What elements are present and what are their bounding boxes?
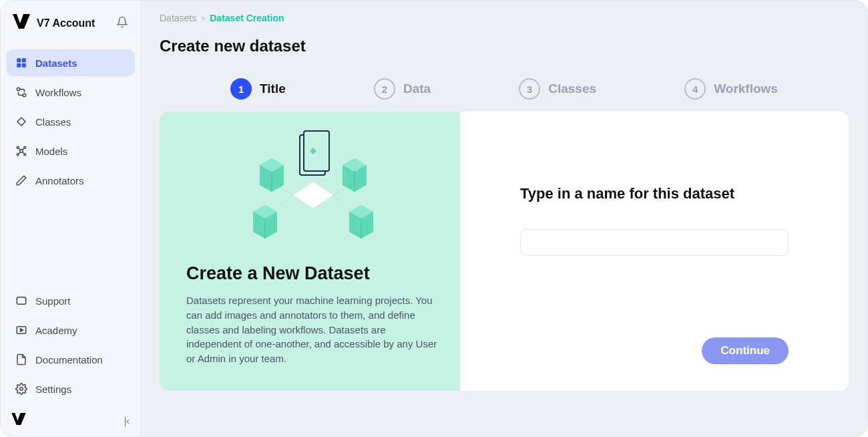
step-number: 4 (684, 78, 706, 100)
sidebar-footer: |‹ (1, 408, 140, 436)
dataset-illustration (186, 126, 440, 257)
step-label: Workflows (714, 82, 778, 96)
chevron-right-icon: › (202, 13, 204, 23)
svg-point-8 (24, 146, 26, 148)
workflows-icon (15, 86, 27, 98)
nav-primary: Datasets Workflows Classes Models (1, 44, 140, 199)
svg-point-7 (17, 146, 19, 148)
step-workflows[interactable]: 4 Workflows (684, 78, 778, 100)
sidebar-header: V7 Account (1, 1, 140, 44)
sidebar-item-label: Annotators (35, 175, 84, 186)
step-classes[interactable]: 3 Classes (519, 78, 596, 100)
sidebar-item-academy[interactable]: Academy (6, 317, 135, 343)
sidebar-item-label: Models (35, 146, 67, 157)
documentation-icon (15, 353, 27, 366)
svg-point-4 (17, 88, 20, 91)
support-icon (15, 295, 27, 307)
sidebar: V7 Account Datasets Workflows (1, 1, 141, 436)
annotators-icon (15, 174, 27, 186)
nav-secondary: Support Academy Documentation Settings (1, 282, 140, 408)
sidebar-item-label: Academy (35, 325, 77, 336)
sidebar-item-label: Support (35, 295, 71, 307)
info-title: Create a New Dataset (186, 263, 440, 284)
sidebar-item-label: Workflows (35, 87, 81, 98)
step-title[interactable]: 1 Title (230, 78, 286, 100)
sidebar-item-label: Datasets (35, 57, 77, 69)
svg-rect-1 (22, 58, 26, 62)
page-title: Create new dataset (160, 37, 849, 55)
sidebar-item-label: Classes (35, 116, 71, 128)
models-icon (15, 145, 27, 157)
notifications-icon[interactable] (116, 16, 128, 31)
svg-rect-11 (17, 297, 26, 305)
breadcrumb-root[interactable]: Datasets (160, 13, 196, 23)
step-label: Classes (548, 82, 596, 96)
wizard-steps: 1 Title 2 Data 3 Classes 4 Workflows (160, 78, 849, 100)
info-panel: Create a New Dataset Datasets represent … (160, 112, 460, 391)
sidebar-item-support[interactable]: Support (6, 287, 135, 314)
logo-small (11, 413, 26, 428)
breadcrumb: Datasets › Dataset Creation (160, 13, 849, 23)
step-data[interactable]: 2 Data (374, 78, 431, 100)
sidebar-item-settings[interactable]: Settings (6, 376, 135, 402)
svg-point-9 (17, 154, 19, 156)
button-row: Continue (520, 337, 789, 364)
sidebar-item-classes[interactable]: Classes (6, 108, 135, 135)
step-label: Title (260, 82, 286, 96)
main: Datasets › Dataset Creation Create new d… (141, 1, 867, 436)
form-prompt: Type in a name for this dataset (520, 185, 789, 202)
sidebar-item-label: Settings (35, 384, 71, 395)
sidebar-item-datasets[interactable]: Datasets (6, 49, 135, 76)
breadcrumb-current: Dataset Creation (210, 13, 284, 23)
collapse-sidebar-icon[interactable]: |‹ (124, 416, 130, 426)
svg-rect-0 (17, 58, 21, 62)
datasets-icon (15, 57, 27, 69)
sidebar-item-workflows[interactable]: Workflows (6, 79, 135, 106)
settings-icon (15, 383, 27, 395)
continue-button[interactable]: Continue (702, 337, 789, 364)
svg-marker-14 (293, 182, 333, 208)
info-description: Datasets represent your machine learning… (186, 293, 440, 366)
sidebar-item-models[interactable]: Models (6, 138, 135, 164)
classes-icon (15, 116, 27, 128)
step-number: 3 (519, 78, 540, 100)
dataset-name-input[interactable] (520, 229, 789, 256)
logo (13, 14, 30, 32)
svg-point-5 (23, 94, 26, 97)
sidebar-item-documentation[interactable]: Documentation (6, 346, 135, 373)
account-name[interactable]: V7 Account (37, 17, 95, 29)
sidebar-item-label: Documentation (35, 354, 103, 366)
svg-rect-2 (17, 63, 21, 67)
step-label: Data (403, 82, 431, 96)
sidebar-item-annotators[interactable]: Annotators (6, 167, 135, 194)
content-panel: Create a New Dataset Datasets represent … (160, 112, 849, 391)
svg-rect-3 (22, 63, 26, 67)
svg-point-10 (24, 154, 26, 156)
form-panel: Type in a name for this dataset Continue (460, 112, 849, 391)
academy-icon (15, 324, 27, 336)
step-number: 1 (230, 78, 252, 100)
step-number: 2 (374, 78, 395, 100)
svg-point-13 (20, 388, 23, 391)
